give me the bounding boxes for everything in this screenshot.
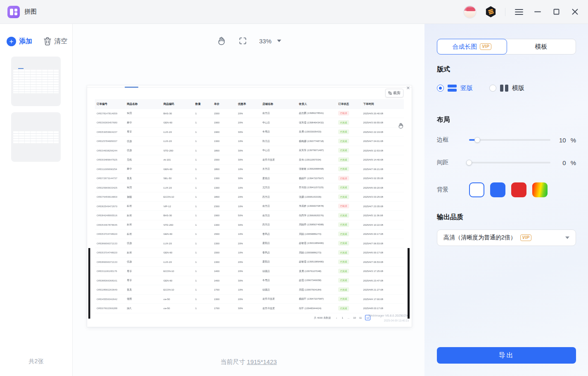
image-seam-left xyxy=(88,248,90,319)
pagination-pages: 1...1011 xyxy=(341,316,362,319)
pagination-page: 10 xyxy=(353,316,356,319)
vip-badge: VIP xyxy=(480,43,491,50)
table-row: ORD76459916800旗舰ECON-101180020%西方店张娜 (13… xyxy=(95,192,404,202)
preview-close-icon[interactable]: ✕ xyxy=(406,86,410,90)
thumbnail-image-1 xyxy=(13,70,59,93)
image-count-label: 共2张 xyxy=(0,358,72,365)
quality-dropdown[interactable]: 高清（清晰度为普通的2倍） VIP xyxy=(437,229,576,246)
tab-long-image-label: 合成长图 xyxy=(452,43,477,51)
close-button[interactable] xyxy=(570,7,580,17)
background-label: 背景 xyxy=(437,186,451,194)
gap-unit: % xyxy=(571,159,576,166)
order-status-badge: 已完成 xyxy=(338,130,349,134)
pagination-page: ... xyxy=(347,316,350,319)
table-row: ORD45556342642便携cw-501130020%老李庄批发杨丽平 (1… xyxy=(95,294,404,304)
panel-tabs: 合成长图 VIP 模板 xyxy=(437,39,576,54)
option-landscape[interactable]: 横版 xyxy=(489,84,524,92)
fit-to-screen-icon[interactable] xyxy=(237,35,248,46)
table-row: ORD88366368161尊享GEN-601140030%冬雪店赵霞 (139… xyxy=(95,276,404,285)
table-row: ORD54467878645标准STD-2001130030%西方店周丽丹 (1… xyxy=(95,220,404,229)
gap-slider[interactable] xyxy=(469,159,550,166)
table-header-cell: 下单时间 xyxy=(362,99,404,109)
table-row: ORD72973144737普及SEL-501130030%夏雨店杨丽平 (13… xyxy=(95,174,404,183)
layout-style-title: 版式 xyxy=(437,65,450,74)
app-title: 拼图 xyxy=(24,8,37,16)
size-value-link[interactable]: 1915*1423 xyxy=(247,358,277,365)
portrait-label: 竖版 xyxy=(460,84,473,92)
table-row: ORD53704748020标准GEN-601150010%春风店周丽 (139… xyxy=(95,229,404,239)
chevron-down-icon xyxy=(277,40,281,42)
tab-template[interactable]: 模板 xyxy=(507,39,576,54)
table-header-cell: 店铺名称 xyxy=(261,99,297,109)
titlebar: 拼图 xyxy=(0,0,588,24)
thumbnail-image-2 xyxy=(13,131,59,143)
table-row: ORD28582263649普及ECON-101170010%绿茵店周霞 (13… xyxy=(95,285,404,295)
table-row: ORD53704748020标准GEN-601150010%春风店周丽 (139… xyxy=(95,248,404,258)
pagination-prev: ‹ xyxy=(335,316,338,319)
swatch-blue[interactable] xyxy=(490,182,505,197)
border-slider-row: 边框 10 % xyxy=(437,136,576,144)
export-button[interactable]: 导出 xyxy=(437,347,576,364)
table-row: ORD86696372133优选LUX-201130020%夏阳店赵敏霞 (13… xyxy=(95,257,404,267)
watermark-line2: 2025-04-09 13:40:23 xyxy=(368,318,409,323)
orders-table: 订单编号商品名称商品编码数量单价优惠率店铺名称收货人订单状态下单时间 ORD78… xyxy=(95,99,404,313)
table-header-cell: 商品名称 xyxy=(125,99,161,109)
thumbnail-1[interactable] xyxy=(11,57,61,106)
preview-table-body: ORD78147814059实用BAS-301150020%南方店赵志鹏 (13… xyxy=(95,109,404,313)
swatch-rainbow[interactable] xyxy=(532,182,548,197)
canvas-area: 33% 订单编号商品名称商品编码数量单价优惠率店铺名称收货人订单状态下单时间 O… xyxy=(73,24,424,376)
membership-hexagon-icon[interactable] xyxy=(485,6,496,17)
order-status-badge: 已完成 xyxy=(338,158,349,162)
table-row: ORD78147814059实用BAS-301150020%南方店赵志鹏 (13… xyxy=(95,109,404,118)
table-row: ORD53059904157尊享LUX-201190030%冬雪店吴勇 (139… xyxy=(95,127,404,137)
table-header-cell: 订单编号 xyxy=(95,99,125,109)
swatch-white-selected[interactable] xyxy=(469,182,484,197)
order-status-badge: 已完成 xyxy=(338,306,349,311)
border-slider[interactable] xyxy=(469,137,550,143)
zoom-level-control[interactable]: 33% xyxy=(259,38,281,45)
background-row: 背景 xyxy=(437,182,548,197)
order-status-badge: 已完成 xyxy=(338,278,349,283)
order-status-badge: 已完成 xyxy=(338,222,349,227)
option-portrait[interactable]: 竖版 xyxy=(437,84,473,92)
quality-vip-badge: VIP xyxy=(520,234,532,241)
order-status-badge: 已完成 xyxy=(338,139,349,144)
settings-panel: 合成长图 VIP 模板 版式 竖版 横版 布局 边框 xyxy=(424,24,588,376)
table-header-cell: 收货人 xyxy=(297,99,337,109)
menu-icon[interactable] xyxy=(514,7,524,17)
total-count-label: 共 4000 条数据 xyxy=(314,316,331,319)
crop-button[interactable]: 裁剪 xyxy=(385,89,403,97)
landscape-label: 横版 xyxy=(512,84,524,92)
gap-slider-row: 间距 0 % xyxy=(437,159,576,166)
order-status-badge: 已完成 xyxy=(338,213,349,218)
image-seam-right xyxy=(408,248,410,319)
watermark: WebImager V6.8.0.20250256 2025-04-09 13:… xyxy=(368,313,409,323)
order-status-badge: 已取消 xyxy=(338,204,349,208)
order-status-badge: 已完成 xyxy=(338,232,349,236)
user-avatar[interactable] xyxy=(463,5,477,19)
add-image-button[interactable]: + 添加 xyxy=(7,37,32,46)
gap-value: 0 xyxy=(562,159,566,166)
order-status-badge: 已完成 xyxy=(338,241,349,246)
mouse-cursor-hand xyxy=(398,123,404,130)
order-status-badge: 已完成 xyxy=(338,121,349,125)
order-status-badge: 已完成 xyxy=(338,148,349,153)
clear-all-button[interactable]: 清空 xyxy=(44,37,67,46)
swatch-red[interactable] xyxy=(511,182,526,197)
stitched-image-preview[interactable]: 订单编号商品名称商品编码数量单价优惠率店铺名称收货人订单状态下单时间 ORD78… xyxy=(87,85,412,327)
preview-content: 订单编号商品名称商品编码数量单价优惠率店铺名称收货人订单状态下单时间 ORD78… xyxy=(87,85,412,327)
maximize-button[interactable] xyxy=(551,7,561,17)
canvas-toolbar: 33% xyxy=(73,35,424,46)
thumbnail-2[interactable] xyxy=(11,112,61,162)
gap-slider-thumb[interactable] xyxy=(466,160,472,166)
minimize-button[interactable] xyxy=(533,7,543,17)
pan-hand-icon[interactable] xyxy=(216,35,227,46)
table-header-cell: 商品编码 xyxy=(162,99,194,109)
landscape-layout-icon xyxy=(500,85,508,92)
app-window: 拼图 + 添加 xyxy=(0,0,588,376)
tab-long-image[interactable]: 合成长图 VIP xyxy=(437,39,507,54)
border-slider-thumb[interactable] xyxy=(474,137,480,143)
order-status-badge: 已完成 xyxy=(338,251,349,255)
table-row: ORD25965633425实用LUX-201130010%北方店李玲娟 (13… xyxy=(95,183,404,192)
zoom-value: 33% xyxy=(259,38,271,45)
